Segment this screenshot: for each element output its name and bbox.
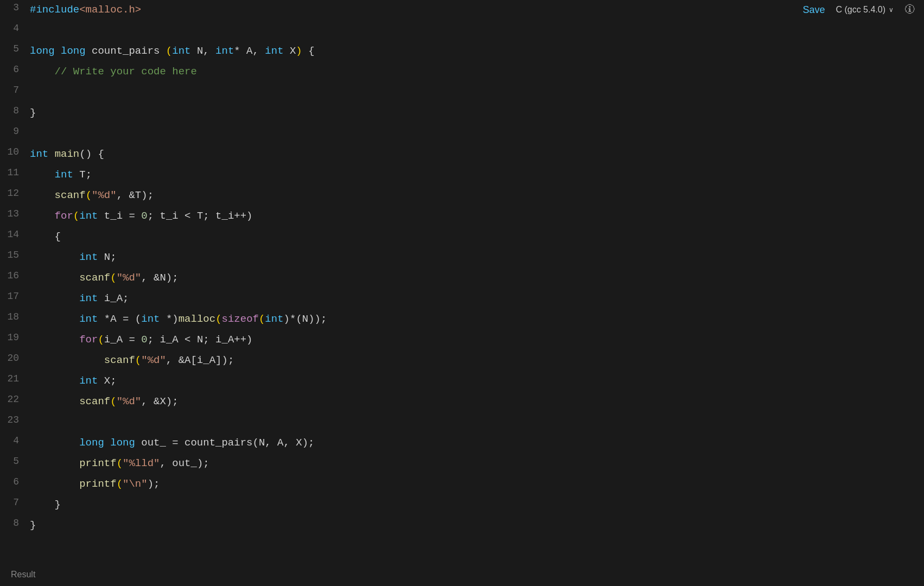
line-content: } [30, 517, 924, 533]
code-line: 11 int T; [0, 165, 924, 186]
token-plain [30, 210, 55, 222]
token-plain [30, 272, 79, 284]
line-number: 8 [0, 104, 30, 116]
code-line: 20 scanf("%d", &A[i_A]); [0, 351, 924, 371]
token-paren: ( [117, 457, 123, 469]
line-number: 17 [0, 290, 30, 302]
token-string: "%d" [117, 396, 142, 407]
token-plain: ; i_A < N; i_A++) [148, 334, 253, 346]
token-fn-name: printf [79, 457, 116, 469]
line-content: for(int t_i = 0; t_i < T; t_i++) [30, 207, 924, 224]
line-number: 7 [0, 496, 30, 508]
token-plain [30, 478, 79, 490]
token-plain: () { [79, 148, 104, 160]
line-content: } [30, 104, 924, 121]
line-number: 23 [0, 413, 30, 425]
token-plain: N; [98, 251, 116, 263]
token-paren: ( [86, 189, 92, 201]
token-plain: )*(N)); [284, 313, 327, 325]
save-button[interactable]: Save [802, 4, 825, 16]
code-line: 4 long long out_ = count_pairs(N, A, X); [0, 433, 924, 454]
code-line: 14 { [0, 227, 924, 247]
line-number: 21 [0, 372, 30, 384]
code-line: 5 printf("%lld", out_); [0, 454, 924, 474]
line-number: 13 [0, 207, 30, 219]
token-plain: { [302, 45, 315, 57]
token-paren: ( [117, 478, 123, 490]
token-plain: , out_); [160, 457, 209, 469]
line-number: 4 [0, 22, 30, 34]
line-content: { [30, 228, 924, 245]
token-plain: , &X); [141, 396, 178, 407]
token-include-name: <malloc.h> [79, 4, 141, 16]
code-line: 7 [0, 82, 924, 103]
token-plain: X; [98, 375, 116, 387]
token-paren: ) [296, 45, 302, 57]
line-number: 6 [0, 475, 30, 487]
line-number: 15 [0, 249, 30, 260]
token-plain [30, 251, 79, 263]
line-number: 22 [0, 393, 30, 405]
token-plain: , &T); [117, 189, 154, 201]
line-content: int main() { [30, 145, 924, 162]
token-kw-type: int [79, 292, 98, 304]
token-plain [30, 292, 79, 304]
token-plain: out_ = count_pairs(N, A, X); [135, 437, 315, 449]
token-fn-name: scanf [104, 354, 135, 366]
code-line: 10int main() { [0, 144, 924, 165]
token-fn-name: malloc [179, 313, 215, 325]
code-line: 23 [0, 412, 924, 433]
line-number: 4 [0, 434, 30, 446]
line-number: 10 [0, 145, 30, 157]
token-kw-type: int [79, 375, 98, 387]
token-plain [30, 457, 79, 469]
token-plain: , &A[i_A]); [166, 354, 234, 366]
token-plain [104, 437, 110, 449]
token-plain: N, [190, 45, 215, 57]
line-content [30, 125, 924, 142]
line-content: scanf("%d", &N); [30, 269, 924, 286]
code-line: 22 scanf("%d", &X); [0, 392, 924, 412]
token-plain: X [284, 45, 296, 57]
token-paren: ( [73, 210, 79, 222]
line-number: 9 [0, 125, 30, 137]
token-string: "%d" [92, 189, 117, 201]
line-content: int *A = (int *)malloc(sizeof(int)*(N)); [30, 310, 924, 327]
token-plain [30, 354, 104, 366]
line-number: 3 [0, 1, 30, 13]
line-number: 20 [0, 352, 30, 364]
token-kw-type: long [61, 45, 86, 57]
line-content: } [30, 496, 924, 513]
token-plain: ); [148, 478, 160, 490]
line-number: 14 [0, 228, 30, 240]
token-fn-name: scanf [79, 272, 110, 284]
code-line: 6 // Write your code here [0, 62, 924, 82]
code-line: 15 int N; [0, 247, 924, 268]
token-macro: #include [30, 4, 79, 16]
token-kw-flow: sizeof [222, 313, 259, 325]
token-kw-type: int [79, 210, 98, 222]
token-kw-type: int [79, 313, 98, 325]
token-plain: } [30, 499, 61, 511]
token-fn-name: scanf [55, 189, 86, 201]
code-line: 18 int *A = (int *)malloc(sizeof(int)*(N… [0, 309, 924, 330]
token-kw-flow: for [55, 210, 73, 222]
token-kw-type: int [55, 169, 73, 181]
code-line: 5long long count_pairs (int N, int* A, i… [0, 41, 924, 62]
token-kw-type: int [141, 313, 160, 325]
token-paren: ( [215, 313, 221, 325]
line-content: scanf("%d", &X); [30, 393, 924, 410]
token-plain: *A = ( [98, 313, 141, 325]
token-number: 0 [141, 334, 147, 346]
code-line: 3#include<malloc.h> [0, 0, 924, 21]
token-fn-name: printf [79, 478, 116, 490]
line-content: #include<malloc.h> [30, 1, 924, 18]
language-selector[interactable]: C (gcc 5.4.0) ∨ [836, 5, 894, 15]
code-editor[interactable]: 3#include<malloc.h>4 5long long count_pa… [0, 0, 924, 586]
token-plain: i_A; [98, 292, 129, 304]
line-content: printf("\n"); [30, 475, 924, 492]
token-paren: ( [135, 354, 141, 366]
token-plain [30, 334, 79, 346]
line-number: 11 [0, 166, 30, 178]
token-plain: *) [160, 313, 178, 325]
